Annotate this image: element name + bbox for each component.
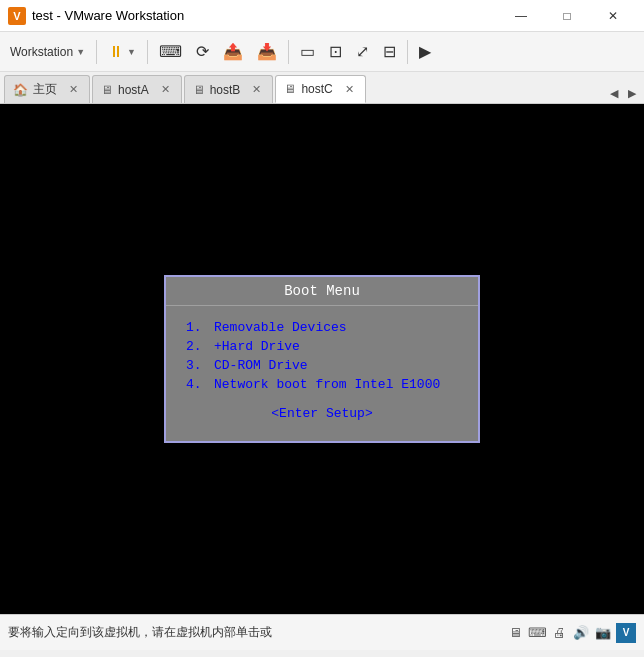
resume-button[interactable]: 📥 <box>251 37 283 67</box>
hostA-tab-label: hostA <box>118 83 149 97</box>
view-normal-icon: ▭ <box>300 42 315 61</box>
close-button[interactable]: ✕ <box>590 0 636 32</box>
boot-menu: Boot Menu 1. Removable Devices 2. +Hard … <box>164 275 480 443</box>
view-split-icon: ⊟ <box>383 42 396 61</box>
boot-item-1[interactable]: 1. Removable Devices <box>186 320 458 335</box>
pause-dropdown-arrow: ▼ <box>127 47 136 57</box>
audio-status-icon[interactable]: 🔊 <box>572 624 590 642</box>
minimize-button[interactable]: — <box>498 0 544 32</box>
tab-next-button[interactable]: ▶ <box>624 83 640 103</box>
suspend-icon: 📤 <box>223 42 243 61</box>
suspend-button[interactable]: 📤 <box>217 37 249 67</box>
title-left: V test - VMware Workstation <box>8 7 184 25</box>
view-unity-button[interactable]: ⤢ <box>350 37 375 67</box>
camera-status-icon[interactable]: 📷 <box>594 624 612 642</box>
boot-enter-setup[interactable]: <Enter Setup> <box>186 396 458 431</box>
workstation-dropdown-arrow: ▼ <box>76 47 85 57</box>
title-bar: V test - VMware Workstation — □ ✕ <box>0 0 644 32</box>
toolbar-separator-2 <box>147 40 148 64</box>
hostA-tab-icon: 🖥 <box>101 83 113 97</box>
workstation-menu-button[interactable]: Workstation ▼ <box>4 37 91 67</box>
title-controls: — □ ✕ <box>498 0 636 32</box>
keyboard-icon: ⌨ <box>159 42 182 61</box>
hostC-tab-close[interactable]: ✕ <box>342 82 357 97</box>
home-tab-close[interactable]: ✕ <box>66 82 81 97</box>
boot-menu-title: Boot Menu <box>166 277 478 306</box>
status-bar: 要将输入定向到该虚拟机，请在虚拟机内部单击或 🖥 ⌨ 🖨 🔊 📷 V <box>0 614 644 650</box>
usb-status-icon[interactable]: ⌨ <box>528 624 546 642</box>
boot-item-2-num: 2. <box>186 339 214 354</box>
pause-button[interactable]: ⏸ ▼ <box>102 37 142 67</box>
tab-hostC[interactable]: 🖥 hostC ✕ <box>275 75 365 103</box>
boot-item-4[interactable]: 4. Network boot from Intel E1000 <box>186 377 458 392</box>
title-text: test - VMware Workstation <box>32 8 184 23</box>
hostC-tab-label: hostC <box>301 82 332 96</box>
boot-item-3-label: CD-ROM Drive <box>214 358 308 373</box>
tab-navigation: ◀ ▶ <box>606 83 640 103</box>
app-icon: V <box>8 7 26 25</box>
view-full-icon: ⊡ <box>329 42 342 61</box>
toolbar-separator-4 <box>407 40 408 64</box>
resume-icon: 📥 <box>257 42 277 61</box>
hostC-tab-icon: 🖥 <box>284 82 296 96</box>
sidebar-icon: ▶ <box>419 42 431 61</box>
boot-item-1-label: Removable Devices <box>214 320 347 335</box>
print-status-icon[interactable]: 🖨 <box>550 624 568 642</box>
hostB-tab-close[interactable]: ✕ <box>249 82 264 97</box>
boot-item-1-num: 1. <box>186 320 214 335</box>
network-status-icon[interactable]: 🖥 <box>506 624 524 642</box>
vm-screen[interactable]: Boot Menu 1. Removable Devices 2. +Hard … <box>0 104 644 614</box>
home-tab-icon: 🏠 <box>13 83 28 97</box>
view-full-button[interactable]: ⊡ <box>323 37 348 67</box>
view-split-button[interactable]: ⊟ <box>377 37 402 67</box>
hostB-tab-icon: 🖥 <box>193 83 205 97</box>
sidebar-toggle-button[interactable]: ▶ <box>413 37 437 67</box>
view-normal-button[interactable]: ▭ <box>294 37 321 67</box>
snapshot-icon: ⟳ <box>196 42 209 61</box>
hostB-tab-label: hostB <box>210 83 241 97</box>
tab-hostA[interactable]: 🖥 hostA ✕ <box>92 75 182 103</box>
tabs-bar: 🏠 主页 ✕ 🖥 hostA ✕ 🖥 hostB ✕ 🖥 hostC ✕ ◀ ▶ <box>0 72 644 104</box>
toolbar-separator-1 <box>96 40 97 64</box>
boot-item-2[interactable]: 2. +Hard Drive <box>186 339 458 354</box>
view-unity-icon: ⤢ <box>356 42 369 61</box>
toolbar-separator-3 <box>288 40 289 64</box>
workstation-label: Workstation <box>10 45 73 59</box>
tab-hostB[interactable]: 🖥 hostB ✕ <box>184 75 274 103</box>
snapshot-button[interactable]: ⟳ <box>190 37 215 67</box>
vmware-status-logo: V <box>616 623 636 643</box>
boot-item-3-num: 3. <box>186 358 214 373</box>
tab-home[interactable]: 🏠 主页 ✕ <box>4 75 90 103</box>
boot-item-3[interactable]: 3. CD-ROM Drive <box>186 358 458 373</box>
status-icons: 🖥 ⌨ 🖨 🔊 📷 V <box>506 623 636 643</box>
home-tab-label: 主页 <box>33 81 57 98</box>
pause-icon: ⏸ <box>108 43 124 61</box>
tab-prev-button[interactable]: ◀ <box>606 83 622 103</box>
maximize-button[interactable]: □ <box>544 0 590 32</box>
toolbar: Workstation ▼ ⏸ ▼ ⌨ ⟳ 📤 📥 ▭ ⊡ ⤢ ⊟ ▶ <box>0 32 644 72</box>
boot-menu-items: 1. Removable Devices 2. +Hard Drive 3. C… <box>166 306 478 441</box>
status-text: 要将输入定向到该虚拟机，请在虚拟机内部单击或 <box>8 624 498 641</box>
svg-text:V: V <box>13 10 21 22</box>
boot-item-4-label: Network boot from Intel E1000 <box>214 377 440 392</box>
hostA-tab-close[interactable]: ✕ <box>158 82 173 97</box>
boot-item-4-num: 4. <box>186 377 214 392</box>
boot-item-2-label: +Hard Drive <box>214 339 300 354</box>
send-ctrl-alt-del-button[interactable]: ⌨ <box>153 37 188 67</box>
